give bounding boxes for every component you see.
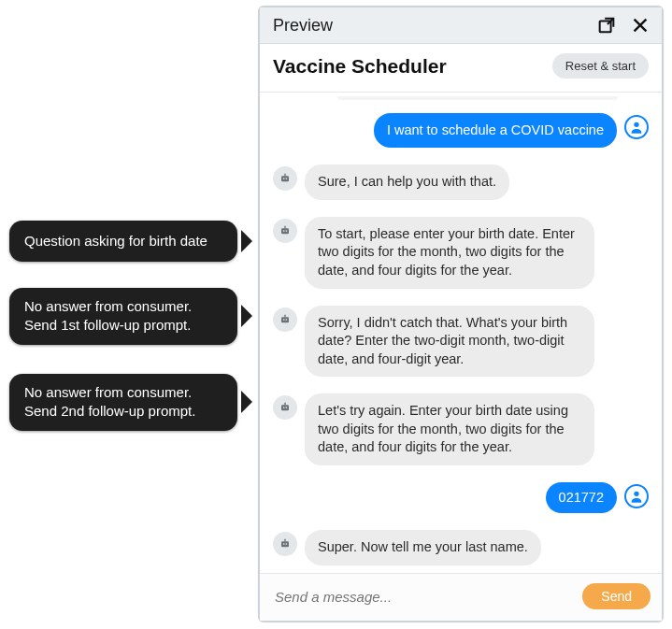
bot-message-bubble: Super. Now tell me your last name.	[305, 530, 541, 565]
annotation-followup-2: No answer from consumer. Send 2nd follow…	[9, 374, 237, 431]
svg-point-16	[285, 407, 287, 408]
svg-rect-2	[281, 177, 289, 182]
chat-scroll-area[interactable]: I want to schedule a COVID vaccine Sure,…	[260, 93, 662, 573]
chat-row-user: I want to schedule a COVID vaccine	[273, 113, 649, 149]
bot-message-bubble: Sorry, I didn't catch that. What's your …	[305, 306, 594, 378]
annotation-text: Send 2nd follow-up prompt.	[24, 403, 195, 419]
annotation-birthdate-question: Question asking for birth date	[9, 221, 237, 262]
user-message-bubble: I want to schedule a COVID vaccine	[374, 113, 617, 149]
svg-rect-22	[284, 539, 285, 542]
svg-point-20	[283, 544, 285, 546]
preview-title: Preview	[273, 16, 333, 36]
annotation-text: No answer from consumer.	[24, 298, 192, 314]
popout-icon[interactable]	[596, 15, 617, 36]
bot-message-bubble: Sure, I can help you with that.	[305, 164, 509, 200]
svg-point-7	[283, 230, 285, 232]
bot-avatar-icon	[273, 219, 297, 243]
bot-message-bubble: Let's try again. Enter your birth date u…	[305, 393, 594, 465]
chat-row-bot: Super. Now tell me your last name.	[273, 530, 649, 565]
bot-avatar-icon	[273, 307, 297, 332]
annotation-text: Send 1st follow-up prompt.	[24, 317, 191, 333]
svg-point-11	[283, 319, 285, 321]
svg-point-8	[285, 230, 287, 232]
svg-point-4	[285, 178, 287, 179]
user-message-bubble: 021772	[546, 482, 617, 514]
svg-rect-5	[284, 174, 285, 177]
clipped-earlier-message-hint	[337, 96, 618, 100]
svg-rect-19	[281, 542, 289, 548]
message-input[interactable]	[273, 588, 573, 606]
svg-point-18	[634, 492, 638, 496]
chat-row-bot: Sorry, I didn't catch that. What's your …	[273, 306, 649, 378]
chat-row-bot: Let's try again. Enter your birth date u…	[273, 393, 649, 465]
user-avatar-icon	[624, 484, 649, 508]
app-header: Vaccine Scheduler Reset & start	[260, 44, 662, 93]
chat-row-bot: To start, please enter your birth date. …	[273, 217, 649, 289]
bot-avatar-icon	[273, 395, 297, 420]
annotation-text: Question asking for birth date	[24, 233, 207, 249]
bot-avatar-icon	[273, 532, 297, 556]
preview-panel: Preview Vaccine Scheduler Reset & start	[258, 6, 664, 622]
svg-point-3	[283, 178, 285, 179]
svg-rect-9	[284, 225, 285, 228]
annotation-text: No answer from consumer.	[24, 384, 192, 400]
svg-point-12	[285, 319, 287, 321]
bot-avatar-icon	[273, 166, 297, 191]
svg-rect-6	[281, 228, 289, 234]
svg-point-15	[283, 407, 285, 408]
chat-row-user: 021772	[273, 482, 649, 514]
preview-header: Preview	[260, 7, 662, 44]
send-button[interactable]: Send	[582, 583, 651, 609]
user-avatar-icon	[624, 115, 649, 139]
svg-rect-10	[281, 317, 289, 322]
preview-header-actions	[596, 15, 651, 36]
svg-rect-17	[284, 403, 285, 406]
composer: Send	[260, 573, 662, 621]
svg-point-1	[634, 122, 638, 126]
app-title: Vaccine Scheduler	[273, 55, 447, 78]
svg-rect-13	[284, 314, 285, 317]
annotation-followup-1: No answer from consumer. Send 1st follow…	[9, 288, 237, 345]
svg-point-21	[285, 544, 287, 546]
close-icon[interactable]	[630, 15, 651, 36]
reset-start-button[interactable]: Reset & start	[552, 53, 649, 79]
chat-row-bot: Sure, I can help you with that.	[273, 164, 649, 200]
bot-message-bubble: To start, please enter your birth date. …	[305, 217, 594, 289]
svg-rect-14	[281, 406, 289, 411]
